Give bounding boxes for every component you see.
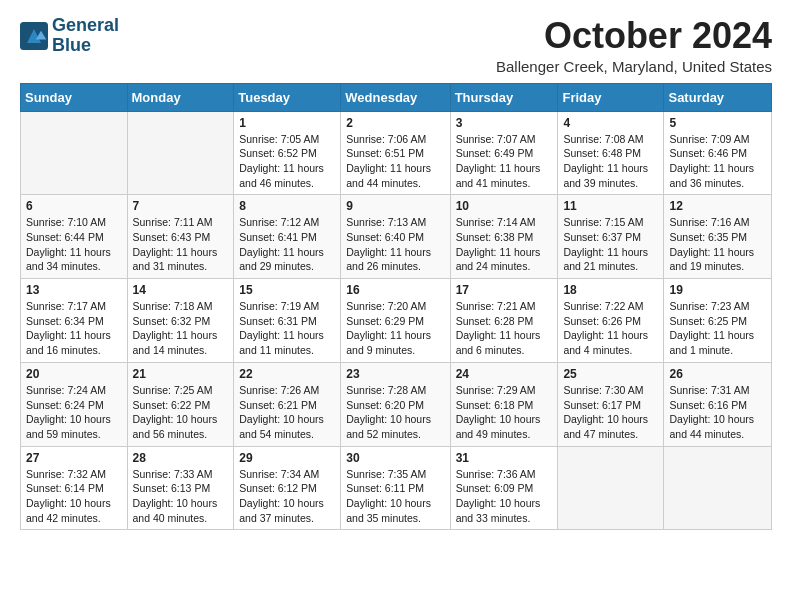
weekday-header: Monday (127, 83, 234, 111)
day-detail: Sunrise: 7:08 AMSunset: 6:48 PMDaylight:… (563, 132, 658, 191)
day-number: 28 (133, 451, 229, 465)
day-detail: Sunrise: 7:07 AMSunset: 6:49 PMDaylight:… (456, 132, 553, 191)
day-number: 11 (563, 199, 658, 213)
weekday-header: Tuesday (234, 83, 341, 111)
day-detail: Sunrise: 7:16 AMSunset: 6:35 PMDaylight:… (669, 215, 766, 274)
day-detail: Sunrise: 7:11 AMSunset: 6:43 PMDaylight:… (133, 215, 229, 274)
day-detail: Sunrise: 7:05 AMSunset: 6:52 PMDaylight:… (239, 132, 335, 191)
day-number: 24 (456, 367, 553, 381)
day-number: 6 (26, 199, 122, 213)
calendar-week-row: 20Sunrise: 7:24 AMSunset: 6:24 PMDayligh… (21, 362, 772, 446)
day-detail: Sunrise: 7:29 AMSunset: 6:18 PMDaylight:… (456, 383, 553, 442)
weekday-header: Saturday (664, 83, 772, 111)
calendar-cell (127, 111, 234, 195)
day-number: 5 (669, 116, 766, 130)
calendar-cell: 23Sunrise: 7:28 AMSunset: 6:20 PMDayligh… (341, 362, 450, 446)
day-detail: Sunrise: 7:30 AMSunset: 6:17 PMDaylight:… (563, 383, 658, 442)
calendar-cell: 24Sunrise: 7:29 AMSunset: 6:18 PMDayligh… (450, 362, 558, 446)
calendar-cell: 6Sunrise: 7:10 AMSunset: 6:44 PMDaylight… (21, 195, 128, 279)
day-detail: Sunrise: 7:14 AMSunset: 6:38 PMDaylight:… (456, 215, 553, 274)
calendar-cell: 14Sunrise: 7:18 AMSunset: 6:32 PMDayligh… (127, 279, 234, 363)
calendar-cell: 10Sunrise: 7:14 AMSunset: 6:38 PMDayligh… (450, 195, 558, 279)
day-detail: Sunrise: 7:17 AMSunset: 6:34 PMDaylight:… (26, 299, 122, 358)
calendar-cell: 13Sunrise: 7:17 AMSunset: 6:34 PMDayligh… (21, 279, 128, 363)
day-number: 18 (563, 283, 658, 297)
calendar-cell: 11Sunrise: 7:15 AMSunset: 6:37 PMDayligh… (558, 195, 664, 279)
day-detail: Sunrise: 7:35 AMSunset: 6:11 PMDaylight:… (346, 467, 444, 526)
day-detail: Sunrise: 7:20 AMSunset: 6:29 PMDaylight:… (346, 299, 444, 358)
calendar-cell: 21Sunrise: 7:25 AMSunset: 6:22 PMDayligh… (127, 362, 234, 446)
day-number: 13 (26, 283, 122, 297)
calendar-cell: 27Sunrise: 7:32 AMSunset: 6:14 PMDayligh… (21, 446, 128, 530)
day-number: 27 (26, 451, 122, 465)
logo-text: General Blue (52, 16, 119, 56)
calendar-table: SundayMondayTuesdayWednesdayThursdayFrid… (20, 83, 772, 531)
day-detail: Sunrise: 7:19 AMSunset: 6:31 PMDaylight:… (239, 299, 335, 358)
weekday-header: Friday (558, 83, 664, 111)
calendar-header-row: SundayMondayTuesdayWednesdayThursdayFrid… (21, 83, 772, 111)
calendar-week-row: 13Sunrise: 7:17 AMSunset: 6:34 PMDayligh… (21, 279, 772, 363)
logo-line1: General (52, 16, 119, 36)
calendar-cell: 5Sunrise: 7:09 AMSunset: 6:46 PMDaylight… (664, 111, 772, 195)
calendar-cell: 4Sunrise: 7:08 AMSunset: 6:48 PMDaylight… (558, 111, 664, 195)
weekday-header: Thursday (450, 83, 558, 111)
day-number: 16 (346, 283, 444, 297)
day-number: 17 (456, 283, 553, 297)
calendar-cell (558, 446, 664, 530)
calendar-cell (21, 111, 128, 195)
weekday-header: Wednesday (341, 83, 450, 111)
calendar-cell: 2Sunrise: 7:06 AMSunset: 6:51 PMDaylight… (341, 111, 450, 195)
calendar-cell: 16Sunrise: 7:20 AMSunset: 6:29 PMDayligh… (341, 279, 450, 363)
day-number: 25 (563, 367, 658, 381)
day-detail: Sunrise: 7:32 AMSunset: 6:14 PMDaylight:… (26, 467, 122, 526)
calendar-week-row: 27Sunrise: 7:32 AMSunset: 6:14 PMDayligh… (21, 446, 772, 530)
calendar-cell: 20Sunrise: 7:24 AMSunset: 6:24 PMDayligh… (21, 362, 128, 446)
day-number: 20 (26, 367, 122, 381)
day-detail: Sunrise: 7:21 AMSunset: 6:28 PMDaylight:… (456, 299, 553, 358)
day-detail: Sunrise: 7:06 AMSunset: 6:51 PMDaylight:… (346, 132, 444, 191)
day-number: 10 (456, 199, 553, 213)
day-number: 23 (346, 367, 444, 381)
day-number: 1 (239, 116, 335, 130)
title-block: October 2024 Ballenger Creek, Maryland, … (496, 16, 772, 75)
day-detail: Sunrise: 7:25 AMSunset: 6:22 PMDaylight:… (133, 383, 229, 442)
location: Ballenger Creek, Maryland, United States (496, 58, 772, 75)
logo: General Blue (20, 16, 119, 56)
day-detail: Sunrise: 7:24 AMSunset: 6:24 PMDaylight:… (26, 383, 122, 442)
day-number: 19 (669, 283, 766, 297)
day-number: 14 (133, 283, 229, 297)
day-detail: Sunrise: 7:23 AMSunset: 6:25 PMDaylight:… (669, 299, 766, 358)
day-detail: Sunrise: 7:12 AMSunset: 6:41 PMDaylight:… (239, 215, 335, 274)
calendar-cell: 3Sunrise: 7:07 AMSunset: 6:49 PMDaylight… (450, 111, 558, 195)
day-detail: Sunrise: 7:22 AMSunset: 6:26 PMDaylight:… (563, 299, 658, 358)
calendar-cell: 8Sunrise: 7:12 AMSunset: 6:41 PMDaylight… (234, 195, 341, 279)
calendar-cell: 15Sunrise: 7:19 AMSunset: 6:31 PMDayligh… (234, 279, 341, 363)
day-detail: Sunrise: 7:26 AMSunset: 6:21 PMDaylight:… (239, 383, 335, 442)
weekday-header: Sunday (21, 83, 128, 111)
day-number: 22 (239, 367, 335, 381)
day-detail: Sunrise: 7:36 AMSunset: 6:09 PMDaylight:… (456, 467, 553, 526)
logo-icon (20, 22, 48, 50)
calendar-cell: 25Sunrise: 7:30 AMSunset: 6:17 PMDayligh… (558, 362, 664, 446)
calendar-cell (664, 446, 772, 530)
calendar-cell: 18Sunrise: 7:22 AMSunset: 6:26 PMDayligh… (558, 279, 664, 363)
day-number: 30 (346, 451, 444, 465)
calendar-cell: 31Sunrise: 7:36 AMSunset: 6:09 PMDayligh… (450, 446, 558, 530)
day-detail: Sunrise: 7:09 AMSunset: 6:46 PMDaylight:… (669, 132, 766, 191)
calendar-cell: 1Sunrise: 7:05 AMSunset: 6:52 PMDaylight… (234, 111, 341, 195)
calendar-cell: 28Sunrise: 7:33 AMSunset: 6:13 PMDayligh… (127, 446, 234, 530)
calendar-week-row: 1Sunrise: 7:05 AMSunset: 6:52 PMDaylight… (21, 111, 772, 195)
calendar-cell: 9Sunrise: 7:13 AMSunset: 6:40 PMDaylight… (341, 195, 450, 279)
day-number: 8 (239, 199, 335, 213)
calendar-cell: 12Sunrise: 7:16 AMSunset: 6:35 PMDayligh… (664, 195, 772, 279)
month-title: October 2024 (496, 16, 772, 56)
day-detail: Sunrise: 7:10 AMSunset: 6:44 PMDaylight:… (26, 215, 122, 274)
day-number: 26 (669, 367, 766, 381)
calendar-cell: 26Sunrise: 7:31 AMSunset: 6:16 PMDayligh… (664, 362, 772, 446)
calendar-cell: 19Sunrise: 7:23 AMSunset: 6:25 PMDayligh… (664, 279, 772, 363)
day-number: 9 (346, 199, 444, 213)
day-detail: Sunrise: 7:18 AMSunset: 6:32 PMDaylight:… (133, 299, 229, 358)
day-number: 2 (346, 116, 444, 130)
day-number: 4 (563, 116, 658, 130)
day-detail: Sunrise: 7:31 AMSunset: 6:16 PMDaylight:… (669, 383, 766, 442)
